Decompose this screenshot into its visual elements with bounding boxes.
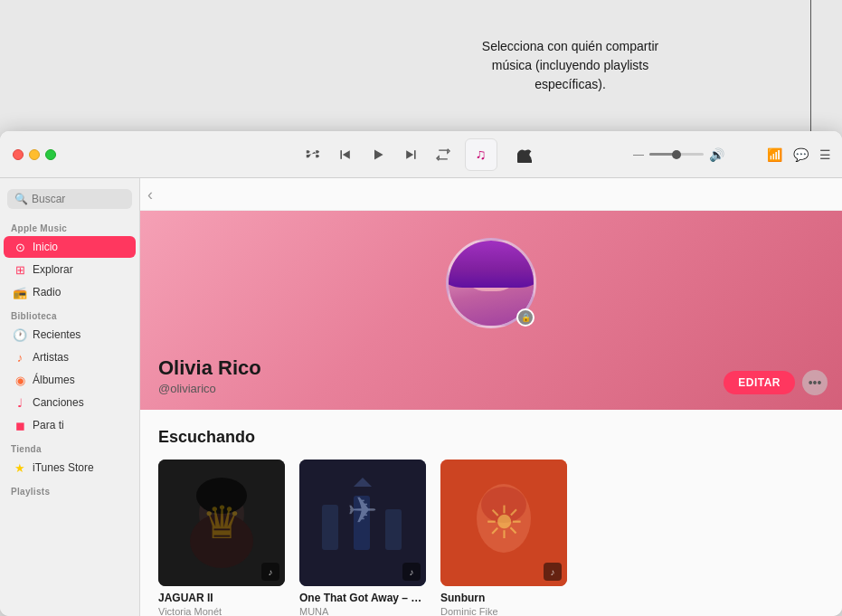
sidebar-item-itunes-store[interactable]: ★ iTunes Store — [4, 457, 136, 479]
list-item[interactable]: ♪ One That Got Away – Single MUNA — [299, 460, 426, 616]
svg-rect-1 — [340, 150, 342, 159]
sidebar-item-radio[interactable]: 📻 Radio — [4, 281, 136, 303]
for-you-icon: ◼ — [13, 418, 27, 432]
main-content: 🔍 Apple Music ⊙ Inicio ⊞ Explorar 📻 Radi… — [0, 178, 842, 616]
airplay-button[interactable]: 📶 — [765, 146, 784, 164]
sidebar-item-explorar[interactable]: ⊞ Explorar — [4, 259, 136, 280]
sidebar-item-radio-label: Radio — [33, 286, 61, 299]
svg-marker-2 — [374, 149, 383, 159]
album-art-sunburn: ♪ — [440, 460, 567, 586]
album-icon: ◉ — [13, 373, 27, 387]
album-title: One That Got Away – Single — [299, 592, 426, 604]
svg-point-7 — [190, 514, 253, 568]
section-label-playlists: Playlists — [0, 479, 139, 498]
svg-rect-11 — [354, 496, 370, 550]
svg-point-8 — [196, 478, 247, 514]
annotation-line — [810, 0, 811, 131]
list-item[interactable]: ♪ JAGUAR II Victoria Monét — [158, 460, 285, 616]
songs-icon: ♩ — [13, 395, 27, 410]
volume-min-icon: — — [633, 148, 644, 161]
section-title: Escuchando — [158, 428, 824, 447]
annotation-text: Selecciona con quién compartir música (i… — [482, 37, 658, 94]
albums-grid: ♪ JAGUAR II Victoria Monét — [158, 460, 824, 616]
listening-section: Escuchando — [140, 410, 842, 616]
traffic-lights — [0, 149, 56, 160]
search-input[interactable] — [32, 193, 125, 205]
svg-rect-12 — [385, 509, 402, 550]
home-icon: ⊙ — [13, 240, 27, 254]
radio-icon: 📻 — [13, 285, 27, 299]
edit-button[interactable]: EDITAR — [724, 371, 795, 394]
search-icon: 🔍 — [14, 193, 28, 205]
playback-controls: ♫ — [302, 138, 541, 171]
sidebar-item-artistas-label: Artistas — [33, 351, 69, 364]
search-bar[interactable]: 🔍 — [7, 189, 132, 209]
play-button[interactable] — [367, 146, 389, 164]
next-button[interactable] — [400, 146, 421, 164]
sidebar-item-itunes-label: iTunes Store — [33, 461, 94, 474]
repeat-button[interactable] — [432, 146, 454, 164]
volume-slider[interactable] — [649, 153, 704, 156]
album-artist: Dominic Fike — [440, 606, 567, 616]
profile-avatar-container: 🔒 — [446, 238, 536, 328]
album-badge: ♪ — [402, 563, 421, 581]
profile-info: Olivia Rico @oliviarico — [158, 356, 261, 395]
sidebar-item-para-ti-label: Para ti — [33, 419, 64, 431]
minimize-button[interactable] — [29, 149, 40, 160]
maximize-button[interactable] — [45, 149, 56, 160]
apple-logo-button[interactable] — [508, 138, 541, 171]
close-button[interactable] — [13, 149, 24, 160]
sidebar-item-artistas[interactable]: ♪ Artistas — [4, 346, 136, 368]
section-label-apple-music: Apple Music — [0, 216, 139, 235]
store-icon: ★ — [13, 460, 27, 475]
album-badge: ♪ — [261, 563, 279, 581]
more-options-button[interactable]: ••• — [802, 370, 828, 395]
sidebar-item-recientes[interactable]: 🕐 Recientes — [4, 324, 136, 346]
prev-button[interactable] — [335, 146, 356, 164]
grid-icon: ⊞ — [13, 262, 27, 277]
profile-wrapper: 🔒 Olivia Rico @oliviarico EDITAR ••• — [140, 211, 842, 616]
sidebar-item-inicio-label: Inicio — [33, 241, 58, 253]
sidebar-item-explorar-label: Explorar — [33, 263, 73, 276]
nav-back-container: ‹ — [140, 178, 842, 211]
svg-point-16 — [481, 487, 526, 523]
svg-rect-4 — [414, 150, 416, 159]
volume-control[interactable]: — 🔊 — [633, 147, 724, 162]
content-area: ‹ 🔒 Olivia Rico @oliviarico — [140, 178, 842, 616]
section-label-tienda: Tienda — [0, 437, 139, 456]
shuffle-button[interactable] — [302, 146, 324, 164]
sidebar-item-para-ti[interactable]: ◼ Para ti — [4, 414, 136, 436]
svg-rect-10 — [322, 505, 338, 550]
sidebar-item-canciones-label: Canciones — [33, 396, 84, 409]
album-art-muna: ♪ — [299, 460, 426, 586]
right-controls: 📶 💬 ☰ — [765, 146, 833, 164]
list-item[interactable]: ♪ Sunburn Dominic Fike — [440, 460, 567, 616]
svg-marker-0 — [342, 150, 349, 159]
album-title: Sunburn — [440, 592, 567, 604]
artist-icon: ♪ — [13, 350, 27, 365]
profile-name: Olivia Rico — [158, 356, 261, 380]
album-title: JAGUAR II — [158, 592, 285, 604]
queue-button[interactable]: ☰ — [818, 146, 833, 164]
back-button[interactable]: ‹ — [147, 185, 153, 204]
titlebar: ♫ — 🔊 📶 💬 ☰ — [0, 131, 842, 178]
album-artist: MUNA — [299, 606, 426, 616]
annotation-tooltip: Selecciona con quién compartir música (i… — [298, 0, 842, 131]
lyrics-button[interactable]: 💬 — [791, 146, 810, 164]
sidebar-item-albumes[interactable]: ◉ Álbumes — [4, 369, 136, 391]
music-icon-button[interactable]: ♫ — [465, 138, 497, 171]
album-art-jaguar: ♪ — [158, 460, 285, 586]
sidebar-item-albumes-label: Álbumes — [33, 374, 75, 386]
recent-icon: 🕐 — [13, 327, 27, 342]
ellipsis-icon: ••• — [809, 375, 822, 390]
profile-handle: @oliviarico — [158, 382, 261, 395]
album-artist: Victoria Monét — [158, 606, 285, 616]
lock-badge: 🔒 — [516, 308, 535, 327]
album-badge: ♪ — [544, 563, 562, 581]
sidebar-item-canciones[interactable]: ♩ Canciones — [4, 392, 136, 413]
profile-header: 🔒 Olivia Rico @oliviarico EDITAR ••• — [140, 211, 842, 410]
app-window: ♫ — 🔊 📶 💬 ☰ — [0, 131, 842, 616]
sidebar: 🔍 Apple Music ⊙ Inicio ⊞ Explorar 📻 Radi… — [0, 178, 140, 616]
sidebar-item-recientes-label: Recientes — [33, 328, 80, 341]
sidebar-item-inicio[interactable]: ⊙ Inicio — [4, 236, 136, 258]
